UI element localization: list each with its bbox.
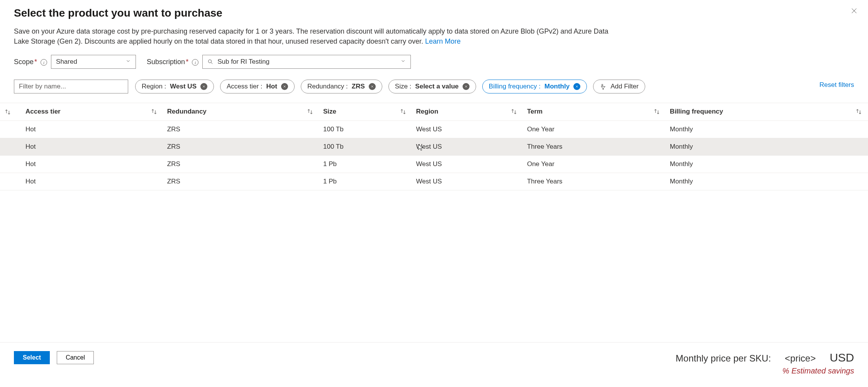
- cell-size: 100 Tb: [319, 138, 412, 155]
- pill-label: Access tier :: [227, 83, 263, 90]
- sort-icon[interactable]: [150, 108, 158, 115]
- cell-access-tier: Hot: [22, 138, 163, 155]
- pill-clear-icon[interactable]: [200, 83, 207, 90]
- add-filter-icon: [600, 83, 607, 90]
- row-sort-toggle[interactable]: [0, 103, 22, 121]
- column-header[interactable]: Region: [412, 103, 523, 121]
- sort-icon[interactable]: [399, 108, 407, 115]
- table-row[interactable]: HotZRS100 TbWest USThree YearsMonthly: [0, 138, 868, 155]
- table-row[interactable]: HotZRS100 TbWest USOne YearMonthly: [0, 121, 868, 138]
- sort-icon[interactable]: [855, 108, 863, 115]
- select-button[interactable]: Select: [14, 351, 50, 364]
- chevron-down-icon: [400, 58, 406, 66]
- page-description: Save on your Azure data storage cost by …: [14, 26, 616, 46]
- pill-value: Monthly: [544, 83, 570, 90]
- scope-label: Scope* i: [14, 58, 47, 66]
- search-icon: [207, 59, 214, 65]
- reset-filters-link[interactable]: Reset filters: [819, 81, 854, 89]
- cell-redundancy: ZRS: [163, 121, 319, 138]
- column-header[interactable]: Size: [319, 103, 412, 121]
- column-label: Size: [323, 108, 336, 115]
- cancel-button[interactable]: Cancel: [57, 351, 94, 364]
- panel-footer: Select Cancel Monthly price per SKU: <pr…: [0, 342, 868, 387]
- pill-clear-icon[interactable]: [281, 83, 288, 90]
- pill-label: Region :: [142, 83, 166, 90]
- column-label: Term: [527, 108, 542, 115]
- column-header[interactable]: Access tier: [22, 103, 163, 121]
- subscription-value: Sub for RI Testing: [217, 58, 270, 66]
- cell-redundancy: ZRS: [163, 173, 319, 190]
- info-icon[interactable]: i: [192, 59, 198, 66]
- table-body: HotZRS100 TbWest USOne YearMonthlyHotZRS…: [0, 121, 868, 190]
- subscription-field: Subscription* i Sub for RI Testing: [147, 55, 411, 69]
- page-title: Select the product you want to purchase: [14, 7, 854, 19]
- price-label: Monthly price per SKU:: [676, 353, 771, 364]
- info-icon[interactable]: i: [41, 59, 47, 66]
- row-leading-cell: [0, 173, 22, 190]
- footer-pricing: Monthly price per SKU: <price> USD % Est…: [676, 351, 854, 375]
- cell-region: West US: [412, 138, 523, 155]
- price-value: <price>: [785, 353, 816, 364]
- row-leading-cell: [0, 155, 22, 173]
- filter-by-name-input[interactable]: [14, 80, 128, 93]
- scope-value: Shared: [56, 58, 77, 66]
- filter-pill[interactable]: Region : West US: [135, 80, 214, 93]
- sort-icon[interactable]: [306, 108, 314, 115]
- filter-pill[interactable]: Redundancy : ZRS: [301, 80, 382, 93]
- cell-size: 1 Pb: [319, 173, 412, 190]
- row-leading-cell: [0, 121, 22, 138]
- cell-access-tier: Hot: [22, 173, 163, 190]
- column-label: Access tier: [25, 108, 61, 115]
- pill-clear-icon[interactable]: [573, 83, 580, 90]
- column-header[interactable]: Term: [523, 103, 666, 121]
- svg-point-2: [209, 60, 212, 63]
- sort-icon[interactable]: [653, 108, 661, 115]
- purchase-panel: Select the product you want to purchase …: [0, 0, 868, 387]
- column-header[interactable]: Billing frequency: [666, 103, 868, 121]
- pill-value: Hot: [266, 83, 277, 90]
- column-label: Redundancy: [167, 108, 207, 115]
- cell-billing: Monthly: [666, 121, 868, 138]
- cell-region: West US: [412, 155, 523, 173]
- estimated-savings: % Estimated savings: [676, 367, 854, 375]
- cell-size: 1 Pb: [319, 155, 412, 173]
- subscription-dropdown[interactable]: Sub for RI Testing: [202, 55, 411, 69]
- filters-row: Region : West USAccess tier : HotRedunda…: [14, 80, 854, 93]
- row-leading-cell: [0, 138, 22, 155]
- pill-clear-icon[interactable]: [369, 83, 376, 90]
- filter-pill[interactable]: Size : Select a value: [388, 80, 476, 93]
- pill-clear-icon[interactable]: [463, 83, 470, 90]
- cell-term: Three Years: [523, 173, 666, 190]
- description-text: Save on your Azure data storage cost by …: [14, 27, 608, 45]
- cell-term: One Year: [523, 155, 666, 173]
- table-row[interactable]: HotZRS1 PbWest USOne YearMonthly: [0, 155, 868, 173]
- scope-dropdown[interactable]: Shared: [51, 55, 136, 69]
- learn-more-link[interactable]: Learn More: [425, 37, 461, 45]
- subscription-label: Subscription* i: [147, 58, 198, 66]
- pill-label: Size :: [395, 83, 412, 90]
- cell-billing: Monthly: [666, 138, 868, 155]
- pill-value: West US: [170, 83, 197, 90]
- add-filter-button[interactable]: Add Filter: [593, 80, 645, 93]
- table-row[interactable]: HotZRS1 PbWest USThree YearsMonthly: [0, 173, 868, 190]
- scope-field: Scope* i Shared: [14, 55, 136, 69]
- products-table-wrap: Access tierRedundancySizeRegionTermBilli…: [0, 103, 868, 190]
- column-label: Billing frequency: [670, 108, 723, 115]
- close-button[interactable]: [849, 6, 859, 15]
- filter-pill[interactable]: Billing frequency : Monthly: [482, 80, 587, 93]
- close-icon: [851, 7, 858, 14]
- cell-term: Three Years: [523, 138, 666, 155]
- sort-icon[interactable]: [510, 108, 518, 115]
- cell-access-tier: Hot: [22, 121, 163, 138]
- pill-value: Select a value: [415, 83, 458, 90]
- column-header[interactable]: Redundancy: [163, 103, 319, 121]
- selectors-row: Scope* i Shared Subscription* i: [14, 55, 854, 69]
- cell-access-tier: Hot: [22, 155, 163, 173]
- cell-region: West US: [412, 121, 523, 138]
- cell-redundancy: ZRS: [163, 155, 319, 173]
- chevron-down-icon: [125, 58, 131, 66]
- cell-region: West US: [412, 173, 523, 190]
- cell-term: One Year: [523, 121, 666, 138]
- add-filter-label: Add Filter: [610, 83, 639, 90]
- filter-pill[interactable]: Access tier : Hot: [220, 80, 295, 93]
